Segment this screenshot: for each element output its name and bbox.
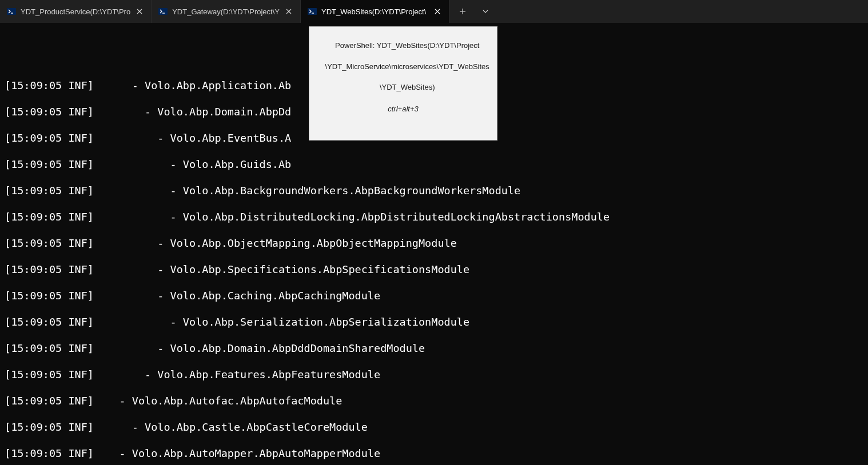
powershell-icon bbox=[7, 7, 16, 16]
log-line: [15:09:05 INF] - Volo.Abp.Domain.AbpDddD… bbox=[5, 342, 863, 355]
new-tab-button[interactable] bbox=[449, 0, 476, 23]
tooltip-line: \YDT_MicroService\microservices\YDT_WebS… bbox=[325, 62, 489, 71]
close-icon[interactable] bbox=[135, 7, 144, 16]
log-line: [15:09:05 INF] - Volo.Abp.DistributedLoc… bbox=[5, 210, 863, 223]
tab-websites[interactable]: YDT_WebSites(D:\YDT\Project\ bbox=[301, 0, 449, 23]
log-line: [15:09:05 INF] - Volo.Abp.Autofac.AbpAut… bbox=[5, 394, 863, 407]
close-icon[interactable] bbox=[284, 7, 293, 16]
log-line: [15:09:05 INF] - Volo.Abp.Specifications… bbox=[5, 263, 863, 276]
tab-label: YDT_WebSites(D:\YDT\Project\ bbox=[321, 7, 428, 16]
svg-rect-0 bbox=[7, 8, 16, 15]
log-line: [15:09:05 INF] - Volo.Abp.AutoMapper.Abp… bbox=[5, 447, 863, 460]
tab-gateway[interactable]: YDT_Gateway(D:\YDT\Project\Y bbox=[152, 0, 301, 23]
log-line: [15:09:05 INF] - Volo.Abp.Serialization.… bbox=[5, 315, 863, 328]
close-icon[interactable] bbox=[433, 7, 442, 16]
log-line: [15:09:05 INF] - Volo.Abp.BackgroundWork… bbox=[5, 184, 863, 197]
powershell-icon bbox=[308, 7, 317, 16]
log-line: [15:09:05 INF] - Volo.Abp.Castle.AbpCast… bbox=[5, 420, 863, 434]
tab-label: YDT_ProductService(D:\YDT\Pro bbox=[21, 7, 130, 16]
terminal-pane[interactable]: PowerShell: YDT_WebSites(D:\YDT\Project … bbox=[0, 23, 868, 465]
tab-controls bbox=[449, 0, 495, 23]
title-bar: YDT_ProductService(D:\YDT\Pro YDT_Gatewa… bbox=[0, 0, 868, 23]
svg-rect-4 bbox=[158, 8, 168, 15]
tab-label: YDT_Gateway(D:\YDT\Project\Y bbox=[172, 7, 280, 16]
tooltip-shortcut: ctrl+alt+3 bbox=[316, 104, 490, 114]
log-line: [15:09:05 INF] - Volo.Abp.Guids.Ab bbox=[5, 158, 863, 171]
log-line: [15:09:05 INF] - Volo.Abp.ObjectMapping.… bbox=[5, 236, 863, 250]
tab-strip: YDT_ProductService(D:\YDT\Pro YDT_Gatewa… bbox=[0, 0, 449, 23]
tab-dropdown-button[interactable] bbox=[476, 0, 495, 23]
powershell-icon bbox=[158, 7, 168, 16]
tooltip-line: PowerShell: YDT_WebSites(D:\YDT\Project bbox=[335, 41, 479, 50]
tab-product-service[interactable]: YDT_ProductService(D:\YDT\Pro bbox=[0, 0, 152, 23]
tab-tooltip: PowerShell: YDT_WebSites(D:\YDT\Project … bbox=[309, 26, 497, 141]
tooltip-line: \YDT_WebSites) bbox=[380, 83, 435, 91]
svg-rect-8 bbox=[308, 8, 317, 15]
log-line: [15:09:05 INF] - Volo.Abp.Caching.AbpCac… bbox=[5, 289, 863, 302]
log-line: [15:09:05 INF] - Volo.Abp.Features.AbpFe… bbox=[5, 368, 863, 381]
